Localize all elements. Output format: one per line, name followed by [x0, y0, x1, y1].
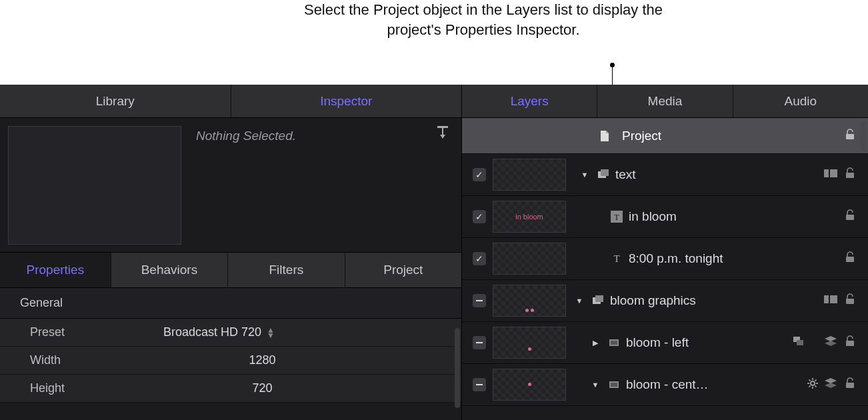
inspector-preview-area: Nothing Selected.: [0, 118, 461, 253]
layer-row-group-text[interactable]: text: [462, 154, 868, 196]
left-tab-bar: Library Inspector: [0, 85, 461, 118]
lock-icon[interactable]: [844, 251, 856, 266]
property-row-height: Height 720: [0, 375, 461, 403]
svg-line-29: [815, 386, 817, 387]
text-icon: T: [609, 211, 625, 223]
tab-library[interactable]: Library: [0, 85, 231, 117]
visibility-checkbox[interactable]: [473, 168, 486, 181]
layer-name: bloom graphics: [610, 293, 824, 308]
disclosure-triangle-icon[interactable]: [589, 381, 602, 389]
preview-thumbnail: [8, 126, 181, 245]
layer-name: text: [615, 167, 824, 182]
section-header-general: General: [0, 288, 461, 319]
dropdown-stepper-icon: ▲▼: [267, 327, 275, 338]
property-row-preset: Preset Broadcast HD 720 ▲▼: [0, 319, 461, 347]
clone-icon[interactable]: [792, 335, 805, 350]
layer-name: 8:00 p.m. tonight: [629, 251, 844, 266]
inspector-panel: Library Inspector Nothing Selected. Prop…: [0, 85, 462, 420]
gear-icon[interactable]: [807, 377, 819, 392]
svg-line-31: [815, 380, 817, 381]
svg-rect-14: [830, 295, 837, 303]
isolate-icon[interactable]: [824, 167, 837, 182]
svg-line-28: [809, 380, 811, 381]
group-icon: [590, 295, 606, 307]
width-value[interactable]: 1280: [163, 353, 461, 367]
layer-icon: [606, 379, 622, 391]
tab-audio[interactable]: Audio: [733, 85, 868, 117]
layer-name-project: Project: [622, 129, 844, 143]
tab-layers[interactable]: Layers: [462, 85, 597, 117]
subtab-project[interactable]: Project: [345, 253, 461, 287]
layer-row-bloom-left[interactable]: bloom - left: [462, 322, 868, 364]
svg-rect-4: [830, 169, 837, 177]
pin-icon[interactable]: [437, 126, 448, 144]
svg-rect-32: [846, 383, 854, 388]
preset-value-text: Broadcast HD 720: [163, 325, 261, 339]
visibility-checkbox[interactable]: [473, 252, 486, 265]
lock-icon[interactable]: [844, 167, 856, 182]
svg-rect-0: [846, 134, 854, 139]
layer-name: bloom - left: [626, 335, 792, 350]
callout-annotation: Select the Project object in the Layers …: [303, 0, 663, 39]
lock-icon[interactable]: [844, 209, 856, 224]
stacks-icon[interactable]: [824, 377, 837, 392]
property-row-width: Width 1280: [0, 347, 461, 375]
layer-row-group-bloom-graphics[interactable]: bloom graphics: [462, 280, 868, 322]
stacks-icon[interactable]: [824, 335, 837, 350]
disclosure-triangle-icon[interactable]: [578, 171, 591, 179]
svg-rect-3: [824, 169, 829, 177]
layers-scrollbar[interactable]: [860, 121, 867, 151]
height-value[interactable]: 720: [163, 381, 461, 395]
preset-label: Preset: [30, 325, 163, 339]
svg-rect-15: [846, 299, 854, 304]
layer-row-text-8pm[interactable]: T 8:00 p.m. tonight: [462, 238, 868, 280]
tab-inspector[interactable]: Inspector: [231, 85, 462, 117]
layer-thumbnail: [493, 369, 566, 401]
lock-icon[interactable]: [844, 335, 856, 350]
disclosure-triangle-icon[interactable]: [589, 339, 602, 347]
subtab-filters[interactable]: Filters: [228, 253, 345, 287]
lock-icon[interactable]: [844, 129, 856, 143]
selection-status-label: Nothing Selected.: [189, 118, 461, 252]
svg-rect-13: [824, 295, 829, 303]
svg-rect-10: [846, 257, 854, 262]
subtab-behaviors[interactable]: Behaviors: [111, 253, 228, 287]
layer-thumbnail: in bloom: [493, 201, 566, 233]
disclosure-triangle-icon[interactable]: [573, 297, 586, 305]
visibility-checkbox[interactable]: [473, 336, 486, 349]
svg-text:T: T: [614, 212, 619, 222]
text-outline-icon: T: [609, 253, 625, 265]
svg-rect-8: [846, 215, 854, 220]
visibility-checkbox[interactable]: [473, 210, 486, 223]
layer-thumbnail: [493, 243, 566, 275]
subtab-properties[interactable]: Properties: [0, 253, 111, 287]
layers-panel: Layers Media Audio Project: [462, 85, 868, 420]
isolate-icon[interactable]: [824, 293, 837, 308]
svg-line-30: [809, 386, 811, 387]
right-tab-bar: Layers Media Audio: [462, 85, 868, 118]
svg-rect-20: [846, 341, 854, 346]
preset-dropdown[interactable]: Broadcast HD 720 ▲▼: [163, 325, 461, 339]
layer-icon: [606, 337, 622, 349]
properties-scrollbar[interactable]: [455, 328, 460, 408]
lock-icon[interactable]: [844, 377, 856, 392]
visibility-checkbox[interactable]: [473, 378, 486, 391]
app-window: Library Inspector Nothing Selected. Prop…: [0, 85, 868, 420]
svg-rect-22: [611, 383, 617, 387]
layer-thumbnail: [493, 159, 566, 191]
visibility-checkbox[interactable]: [473, 294, 486, 307]
properties-body: General Preset Broadcast HD 720 ▲▼ Width…: [0, 288, 461, 420]
svg-rect-5: [846, 173, 854, 178]
svg-text:T: T: [613, 253, 619, 264]
layer-row-project[interactable]: Project: [462, 118, 868, 154]
svg-rect-12: [595, 295, 603, 302]
layer-row-text-in-bloom[interactable]: in bloom T in bloom: [462, 196, 868, 238]
layer-row-bloom-center[interactable]: bloom - cent…: [462, 364, 868, 406]
lock-icon[interactable]: [844, 293, 856, 308]
tab-media[interactable]: Media: [597, 85, 733, 117]
svg-rect-19: [797, 340, 803, 345]
width-label: Width: [30, 353, 163, 367]
layer-thumbnail: [493, 285, 566, 317]
layer-thumbnail: [493, 327, 566, 359]
svg-rect-17: [611, 341, 617, 345]
